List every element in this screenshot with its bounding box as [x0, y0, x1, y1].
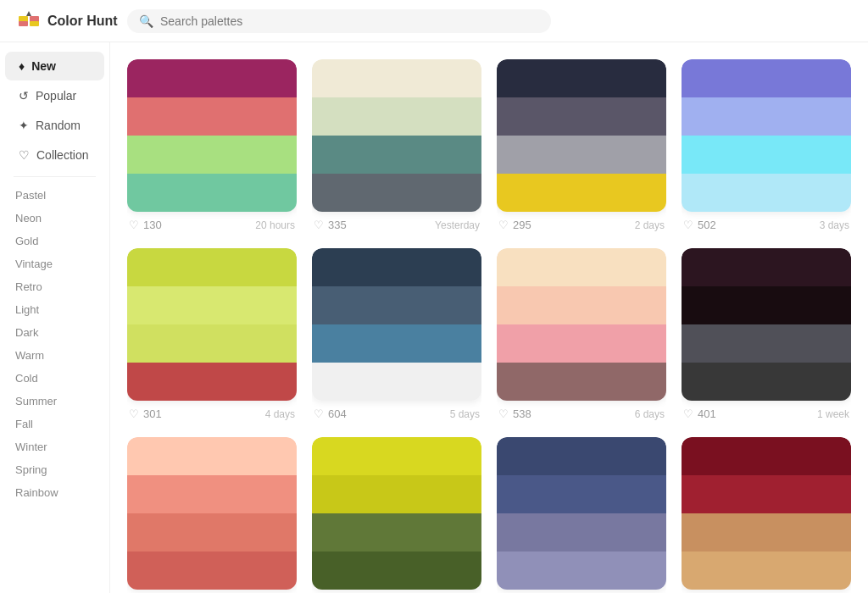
svg-marker-4	[26, 11, 31, 16]
palette-card[interactable]: ♡ 217 1 week	[127, 437, 297, 593]
likes-count: 301	[143, 407, 162, 420]
palette-card[interactable]: ♡ 189 1 week	[312, 437, 481, 593]
palette-meta: ♡ 604 5 days	[312, 401, 481, 422]
palette-likes[interactable]: ♡ 301	[129, 407, 162, 420]
palette-likes[interactable]: ♡ 401	[683, 407, 716, 420]
color-swatch	[497, 286, 666, 324]
heart-icon: ♡	[683, 219, 693, 231]
logo-text: Color Hunt	[47, 14, 118, 29]
nav-label-random: Random	[36, 119, 81, 132]
svg-rect-3	[30, 21, 39, 26]
sidebar-tag-winter[interactable]: Winter	[0, 435, 109, 458]
palette-card[interactable]: ♡ 130 20 hours	[127, 59, 297, 233]
palette-card[interactable]: ♡ 502 3 days	[682, 59, 851, 233]
sidebar-nav-item-popular[interactable]: ↺Popular	[5, 81, 104, 110]
palette-meta: ♡ 502 3 days	[682, 212, 851, 233]
palette-meta: ♡ 189 1 week	[312, 590, 481, 593]
palette-time: 6 days	[635, 408, 665, 420]
palette-card[interactable]: ♡ 295 2 days	[497, 59, 666, 233]
sidebar-tag-pastel[interactable]: Pastel	[0, 184, 109, 207]
color-swatch	[497, 136, 666, 174]
nav-icon-collection: ♡	[19, 148, 30, 162]
palette-meta: ♡ 295 2 days	[497, 212, 666, 233]
color-swatch	[312, 513, 481, 551]
palette-time: 4 days	[265, 408, 295, 420]
palette-grid: ♡ 130 20 hours ♡ 335 Yesterday ♡ 295 2 d…	[127, 59, 851, 593]
palette-meta: ♡ 445 1 week	[497, 590, 666, 593]
heart-icon: ♡	[498, 219, 509, 231]
color-swatch	[497, 437, 666, 475]
search-icon: 🔍	[139, 14, 153, 28]
sidebar-tag-light[interactable]: Light	[0, 298, 109, 321]
color-swatch	[127, 97, 297, 136]
sidebar-tag-dark[interactable]: Dark	[0, 321, 109, 344]
likes-count: 295	[513, 219, 531, 231]
palette-meta: ♡ 301 4 days	[127, 401, 297, 422]
color-swatch	[312, 475, 481, 513]
color-swatch	[127, 248, 297, 286]
palette-likes[interactable]: ♡ 335	[314, 219, 347, 231]
color-swatch	[312, 97, 481, 136]
nav-icon-new: ♦	[19, 59, 25, 73]
palette-meta: ♡ 312 1 week	[682, 590, 851, 593]
palette-card[interactable]: ♡ 312 1 week	[682, 437, 851, 593]
sidebar-tag-rainbow[interactable]: Rainbow	[0, 481, 109, 504]
sidebar-tag-vintage[interactable]: Vintage	[0, 252, 109, 275]
svg-rect-2	[19, 21, 28, 26]
sidebar-tag-fall[interactable]: Fall	[0, 413, 109, 435]
palette-colors	[312, 248, 481, 401]
palette-card[interactable]: ♡ 604 5 days	[312, 248, 481, 422]
palette-card[interactable]: ♡ 401 1 week	[682, 248, 851, 422]
color-swatch	[127, 59, 297, 97]
heart-icon: ♡	[498, 407, 509, 420]
sidebar-tag-warm[interactable]: Warm	[0, 344, 109, 367]
palette-likes[interactable]: ♡ 130	[129, 219, 162, 231]
search-input[interactable]	[160, 14, 539, 28]
sidebar-nav-item-collection[interactable]: ♡Collection	[5, 141, 104, 169]
likes-count: 335	[328, 219, 347, 231]
likes-count: 502	[698, 219, 716, 231]
sidebar-tag-retro[interactable]: Retro	[0, 275, 109, 298]
color-swatch	[497, 363, 666, 401]
color-swatch	[682, 324, 851, 363]
likes-count: 538	[513, 407, 531, 420]
palette-meta: ♡ 538 6 days	[497, 401, 666, 422]
palette-likes[interactable]: ♡ 502	[683, 219, 716, 231]
main-content: ♡ 130 20 hours ♡ 335 Yesterday ♡ 295 2 d…	[110, 42, 868, 593]
sidebar-tag-summer[interactable]: Summer	[0, 390, 109, 413]
palette-card[interactable]: ♡ 301 4 days	[127, 248, 297, 422]
sidebar-nav-item-random[interactable]: ✦Random	[5, 111, 104, 140]
sidebar-tag-neon[interactable]: Neon	[0, 207, 109, 230]
color-swatch	[682, 136, 851, 174]
logo[interactable]: Color Hunt	[17, 9, 127, 33]
palette-card[interactable]: ♡ 538 6 days	[497, 248, 666, 422]
sidebar-nav-item-new[interactable]: ♦New	[5, 52, 104, 80]
color-swatch	[127, 363, 297, 401]
color-swatch	[312, 363, 481, 401]
palette-time: 3 days	[820, 219, 849, 231]
sidebar-tag-cold[interactable]: Cold	[0, 367, 109, 390]
palette-card[interactable]: ♡ 335 Yesterday	[312, 59, 481, 233]
palette-likes[interactable]: ♡ 604	[314, 407, 347, 420]
palette-card[interactable]: ♡ 445 1 week	[497, 437, 666, 593]
color-swatch	[312, 551, 481, 590]
palette-likes[interactable]: ♡ 538	[498, 407, 531, 420]
color-swatch	[127, 437, 297, 475]
search-bar[interactable]: 🔍	[127, 9, 551, 33]
sidebar-tag-gold[interactable]: Gold	[0, 230, 109, 252]
sidebar-tag-spring[interactable]: Spring	[0, 458, 109, 481]
color-swatch	[497, 97, 666, 136]
color-swatch	[497, 551, 666, 590]
color-swatch	[312, 437, 481, 475]
color-swatch	[682, 286, 851, 324]
color-swatch	[497, 513, 666, 551]
color-swatch	[497, 174, 666, 212]
color-swatch	[497, 59, 666, 97]
palette-likes[interactable]: ♡ 295	[498, 219, 531, 231]
color-swatch	[497, 324, 666, 363]
color-swatch	[312, 286, 481, 324]
color-swatch	[127, 174, 297, 212]
sidebar-divider	[14, 176, 96, 177]
sidebar-tags: PastelNeonGoldVintageRetroLightDarkWarmC…	[0, 184, 109, 504]
color-swatch	[127, 513, 297, 551]
